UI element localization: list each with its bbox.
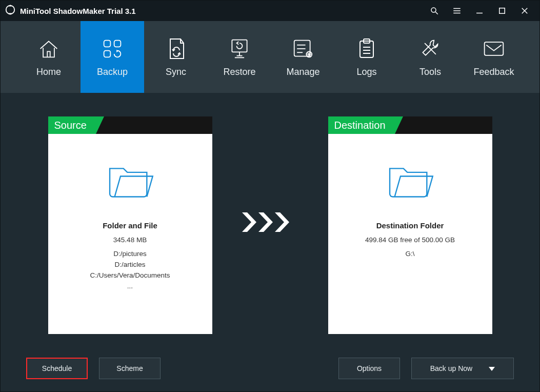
tab-logs[interactable]: Logs (335, 21, 398, 93)
svg-rect-29 (485, 42, 504, 55)
source-card[interactable]: Source Folder and File 345.48 MB D:/pict… (48, 116, 212, 334)
svg-rect-12 (114, 40, 121, 47)
tab-label: Feedback (473, 67, 514, 77)
source-size: 345.48 MB (48, 235, 212, 246)
svg-rect-11 (104, 40, 111, 47)
tab-manage[interactable]: Manage (271, 21, 335, 93)
titlebar-controls (429, 5, 535, 16)
tab-label: Manage (286, 67, 319, 77)
logs-icon (357, 37, 376, 61)
backup-now-button[interactable]: Back up Now (411, 358, 514, 379)
tab-label: Restore (223, 67, 255, 77)
tab-label: Home (36, 67, 61, 77)
content-area: Source Folder and File 345.48 MB D:/pict… (1, 93, 539, 345)
svg-rect-13 (104, 50, 111, 57)
folder-icon (48, 162, 212, 202)
svg-rect-14 (232, 40, 247, 52)
feedback-icon (483, 37, 505, 61)
tab-feedback[interactable]: Feedback (462, 21, 526, 93)
source-header-label: Source (54, 120, 87, 131)
titlebar: MiniTool ShadowMaker Trial 3.1 (1, 1, 539, 21)
tools-icon (420, 37, 441, 61)
destination-body: Destination Folder 499.84 GB free of 500… (328, 134, 492, 260)
source-path: D:/articles (48, 260, 212, 270)
destination-header-tab: Destination (328, 116, 395, 134)
app-title: MiniTool ShadowMaker Trial 3.1 (20, 7, 136, 15)
button-label: Schedule (42, 364, 72, 373)
destination-space: 499.84 GB free of 500.00 GB (328, 235, 492, 246)
arrow-icon (242, 209, 298, 237)
source-path-more: ... (48, 281, 212, 292)
svg-rect-8 (499, 8, 505, 14)
chevron-down-icon (489, 364, 495, 373)
sync-icon (166, 37, 186, 61)
tab-backup[interactable]: Backup (81, 21, 144, 93)
source-path: D:/pictures (48, 249, 212, 260)
maximize-icon[interactable] (496, 5, 508, 16)
tab-label: Sync (166, 67, 186, 77)
footer-bar: Schedule Scheme Options Back up Now (1, 345, 539, 391)
tab-home[interactable]: Home (17, 21, 81, 93)
home-icon (37, 37, 60, 61)
tab-tools[interactable]: Tools (398, 21, 462, 93)
app-logo-icon (5, 4, 16, 17)
tab-label: Tools (419, 67, 441, 77)
backup-icon (101, 37, 124, 61)
options-button[interactable]: Options (338, 358, 400, 379)
svg-line-3 (435, 12, 438, 14)
source-body: Folder and File 345.48 MB D:/pictures D:… (48, 134, 212, 292)
tab-label: Logs (356, 67, 376, 77)
card-header: Destination (328, 116, 492, 134)
tab-restore[interactable]: Restore (208, 21, 271, 93)
svg-marker-32 (275, 212, 289, 232)
close-icon[interactable] (519, 5, 530, 16)
brand: MiniTool ShadowMaker Trial 3.1 (5, 4, 429, 17)
scheme-button[interactable]: Scheme (99, 358, 161, 379)
destination-card[interactable]: Destination Destination Folder 499.84 GB… (328, 116, 492, 334)
main-nav: Home Backup Sync Restore Manage Logs Too… (1, 21, 539, 93)
svg-point-2 (431, 8, 436, 12)
folder-icon (328, 162, 492, 202)
menu-icon[interactable] (451, 5, 463, 16)
svg-marker-30 (242, 212, 256, 232)
button-label: Back up Now (430, 364, 472, 373)
manage-icon (292, 37, 314, 61)
svg-marker-33 (489, 367, 495, 371)
tab-sync[interactable]: Sync (144, 21, 208, 93)
app-window: MiniTool ShadowMaker Trial 3.1 Home Back… (0, 0, 540, 392)
tab-label: Backup (97, 67, 128, 77)
minimize-icon[interactable] (474, 5, 485, 16)
destination-drive: G:\ (328, 249, 492, 260)
restore-icon (228, 37, 251, 61)
source-path: C:/Users/Vera/Documents (48, 270, 212, 281)
button-label: Scheme (116, 364, 143, 373)
source-header-tab: Source (48, 116, 96, 134)
button-label: Options (357, 364, 382, 373)
card-header: Source (48, 116, 212, 134)
source-title: Folder and File (48, 221, 212, 230)
svg-marker-31 (258, 212, 273, 232)
destination-title: Destination Folder (328, 221, 492, 230)
schedule-button[interactable]: Schedule (26, 358, 88, 379)
destination-header-label: Destination (334, 120, 386, 131)
search-icon[interactable] (429, 5, 440, 16)
